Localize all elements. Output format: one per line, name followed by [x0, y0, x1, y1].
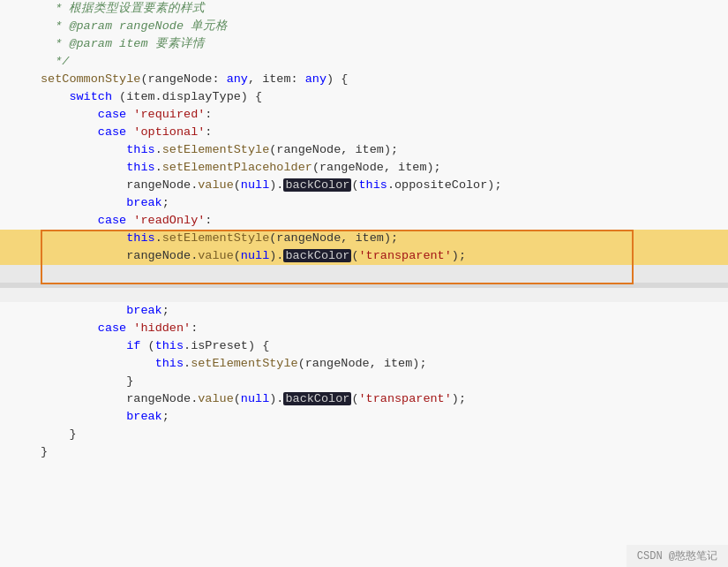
code-line: */	[0, 53, 728, 71]
code-line: * @param rangeNode 单元格	[0, 18, 728, 35]
code-token	[41, 410, 126, 423]
code-token: (rangeNode:	[140, 72, 226, 86]
line-number	[0, 373, 35, 390]
code-token: rangeNode.	[41, 392, 198, 405]
code-line-empty	[0, 265, 728, 283]
code-token: ;	[162, 410, 169, 423]
code-token: backColor	[283, 392, 351, 405]
line-number	[0, 443, 35, 461]
code-token: .	[155, 231, 162, 245]
code-token: this	[359, 178, 387, 192]
line-content: }	[35, 443, 728, 461]
code-token	[41, 214, 98, 227]
code-token	[41, 108, 98, 121]
code-token: break	[126, 304, 162, 317]
line-number	[0, 247, 35, 265]
code-token: if	[126, 339, 140, 352]
code-token: setElementStyle	[162, 231, 270, 245]
code-token: this	[155, 357, 184, 370]
code-token: (	[140, 339, 154, 352]
code-line-selected: rangeNode.value(null).backColor('transpa…	[0, 247, 728, 265]
code-line: case 'optional':	[0, 124, 728, 141]
code-token: 'readOnly'	[133, 214, 205, 227]
code-token: * @param item 要素详情	[41, 37, 205, 50]
code-line: if (this.isPreset) {	[0, 337, 728, 355]
line-content: */	[35, 53, 728, 71]
code-token: * 根据类型设置要素的样式	[41, 2, 205, 15]
code-line: * @param item 要素详情	[0, 35, 728, 53]
line-content: case 'required':	[35, 106, 728, 124]
line-number	[0, 337, 35, 355]
line-number	[0, 106, 35, 124]
code-line: this.setElementStyle(rangeNode, item);	[0, 355, 728, 373]
code-token	[41, 304, 126, 317]
code-token: .	[155, 161, 162, 174]
code-token: 'transparent'	[359, 249, 452, 262]
line-content: break;	[35, 302, 728, 320]
code-token: (rangeNode, item);	[312, 161, 441, 174]
code-token	[41, 339, 126, 352]
code-token: ) {	[326, 72, 348, 86]
line-number	[0, 141, 35, 159]
line-content: * @param rangeNode 单元格	[35, 18, 728, 35]
code-token: );	[452, 249, 466, 262]
line-content: }	[35, 373, 728, 390]
code-token: backColor	[283, 249, 351, 262]
code-token: .	[184, 357, 191, 370]
code-token: .isPreset) {	[184, 339, 269, 352]
code-line: rangeNode.value(null).backColor(this.opp…	[0, 177, 728, 194]
code-token: null	[241, 249, 269, 262]
line-number	[0, 177, 35, 194]
code-token: switch	[69, 90, 112, 103]
line-content: case 'readOnly':	[35, 212, 728, 230]
code-token: }	[41, 374, 133, 388]
code-token: value	[198, 249, 234, 262]
line-content: if (this.isPreset) {	[35, 337, 728, 355]
gap-area	[0, 288, 728, 302]
code-line: }	[0, 373, 728, 390]
code-token: setElementStyle	[162, 143, 270, 156]
code-token: (	[351, 249, 358, 262]
code-token: rangeNode.	[41, 249, 198, 262]
line-number	[0, 159, 35, 177]
code-area: * 根据类型设置要素的样式 * @param rangeNode 单元格 * @…	[0, 0, 728, 461]
code-line: * 根据类型设置要素的样式	[0, 0, 728, 18]
code-line: case 'required':	[0, 106, 728, 124]
line-content: this.setElementStyle(rangeNode, item);	[35, 141, 728, 159]
code-token: case	[98, 321, 126, 335]
code-token	[41, 357, 155, 370]
line-content: this.setElementStyle(rangeNode, item);	[35, 230, 728, 247]
code-line: this.setElementPlaceholder(rangeNode, it…	[0, 159, 728, 177]
code-token: }	[41, 427, 77, 441]
line-number	[0, 124, 35, 141]
line-number	[0, 35, 35, 53]
line-content: }	[35, 426, 728, 443]
code-line: case 'readOnly':	[0, 212, 728, 230]
code-token	[41, 196, 126, 209]
line-number	[0, 426, 35, 443]
code-line: setCommonStyle(rangeNode: any, item: any…	[0, 71, 728, 88]
line-content: rangeNode.value(null).backColor('transpa…	[35, 247, 728, 265]
watermark-text: CSDN @憨憨笔记	[637, 550, 717, 563]
code-line: this.setElementStyle(rangeNode, item);	[0, 141, 728, 159]
code-editor: * 根据类型设置要素的样式 * @param rangeNode 单元格 * @…	[0, 0, 728, 567]
selection-container: this.setElementStyle(rangeNode, item); r…	[0, 230, 728, 283]
code-token: (rangeNode, item);	[298, 357, 427, 370]
code-token: (	[351, 392, 358, 405]
line-number	[0, 265, 35, 283]
line-content: rangeNode.value(null).backColor('transpa…	[35, 390, 728, 408]
code-token: any	[227, 72, 248, 86]
code-token: break	[126, 196, 162, 209]
code-token: :	[205, 214, 212, 227]
line-number	[0, 194, 35, 212]
code-line: break;	[0, 194, 728, 212]
code-token: null	[241, 392, 269, 405]
line-number	[0, 88, 35, 106]
code-token: (rangeNode, item);	[269, 231, 398, 245]
line-number	[0, 302, 35, 320]
code-token: 'required'	[133, 108, 205, 121]
line-content: switch (item.displayType) {	[35, 88, 728, 106]
code-token: }	[41, 445, 48, 458]
code-token: (	[234, 178, 241, 192]
code-token: ;	[162, 196, 169, 209]
